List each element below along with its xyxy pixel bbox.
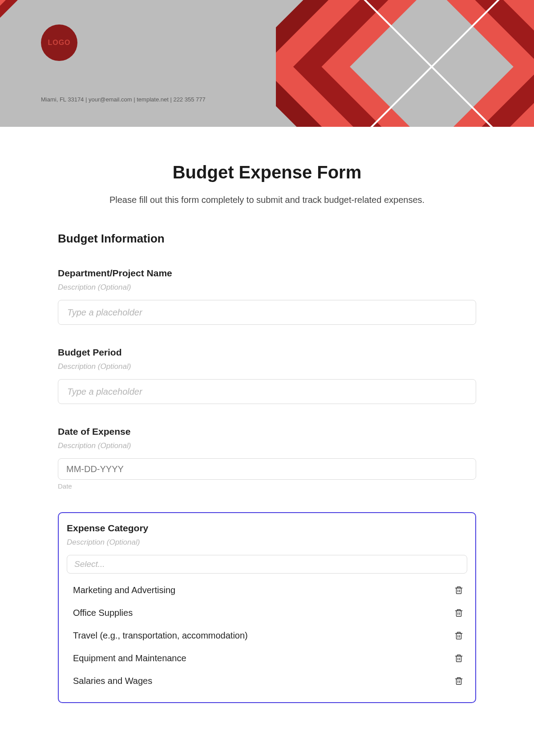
svg-rect-12 bbox=[457, 610, 461, 616]
decorative-shape-right bbox=[276, 0, 534, 127]
svg-rect-18 bbox=[457, 656, 461, 662]
label-department: Department/Project Name bbox=[58, 268, 476, 279]
select-category[interactable]: Select... bbox=[67, 555, 467, 574]
option-label: Salaries and Wages bbox=[73, 676, 152, 686]
category-option[interactable]: Salaries and Wages bbox=[67, 670, 467, 692]
option-label: Office Supplies bbox=[73, 608, 133, 618]
sublabel-date: Date bbox=[58, 482, 476, 490]
input-budget-period[interactable] bbox=[58, 379, 476, 404]
header-banner: LOGO Miami, FL 33174 | your@email.com | … bbox=[0, 0, 534, 127]
svg-rect-15 bbox=[457, 633, 461, 639]
form-title: Budget Expense Form bbox=[58, 162, 476, 182]
select-category-placeholder: Select... bbox=[74, 559, 105, 569]
svg-rect-9 bbox=[457, 588, 461, 594]
trash-icon[interactable] bbox=[454, 586, 464, 595]
label-date: Date of Expense bbox=[58, 426, 476, 437]
section-title-budget-info: Budget Information bbox=[58, 232, 476, 246]
category-option[interactable]: Equipment and Maintenance bbox=[67, 647, 467, 670]
trash-icon[interactable] bbox=[454, 654, 464, 663]
logo-circle: LOGO bbox=[41, 24, 77, 61]
form-content: Budget Expense Form Please fill out this… bbox=[0, 127, 534, 721]
desc-department: Description (Optional) bbox=[58, 283, 476, 292]
field-department: Department/Project Name Description (Opt… bbox=[58, 268, 476, 325]
label-category: Expense Category bbox=[67, 523, 467, 534]
option-label: Travel (e.g., transportation, accommodat… bbox=[73, 631, 248, 641]
trash-icon[interactable] bbox=[454, 631, 464, 641]
trash-icon[interactable] bbox=[454, 676, 464, 686]
input-department[interactable] bbox=[58, 300, 476, 325]
desc-date: Description (Optional) bbox=[58, 441, 476, 450]
form-subtitle: Please fill out this form completely to … bbox=[58, 195, 476, 205]
svg-rect-21 bbox=[457, 679, 461, 684]
field-budget-period: Budget Period Description (Optional) bbox=[58, 347, 476, 404]
trash-icon[interactable] bbox=[454, 608, 464, 618]
category-option[interactable]: Travel (e.g., transportation, accommodat… bbox=[67, 624, 467, 647]
field-expense-category[interactable]: Expense Category Description (Optional) … bbox=[58, 512, 476, 703]
option-label: Marketing and Advertising bbox=[73, 585, 175, 595]
category-option[interactable]: Marketing and Advertising bbox=[67, 579, 467, 602]
category-option[interactable]: Office Supplies bbox=[67, 602, 467, 624]
input-date[interactable] bbox=[58, 458, 476, 480]
contact-line: Miami, FL 33174 | your@email.com | templ… bbox=[41, 96, 206, 103]
category-options-list: Marketing and Advertising Office Supplie… bbox=[67, 579, 467, 692]
logo-text: LOGO bbox=[48, 39, 70, 47]
field-date: Date of Expense Description (Optional) D… bbox=[58, 426, 476, 490]
label-budget-period: Budget Period bbox=[58, 347, 476, 358]
desc-budget-period: Description (Optional) bbox=[58, 362, 476, 371]
option-label: Equipment and Maintenance bbox=[73, 653, 186, 663]
desc-category: Description (Optional) bbox=[67, 538, 467, 547]
